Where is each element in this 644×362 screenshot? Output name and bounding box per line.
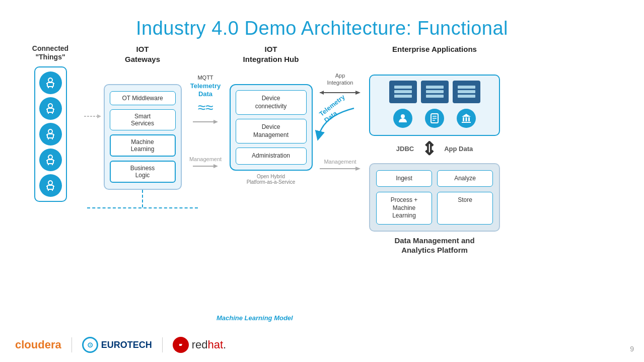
robot-icon-3 [39, 123, 62, 146]
things-to-gateways-arrow [83, 112, 102, 120]
col-enterprise: Enterprise Applications [367, 44, 503, 255]
hub-box: Deviceconnectivity DeviceManagement Admi… [230, 84, 313, 171]
data-flow-grid: Ingest Analyze Process +MachineLearning … [376, 170, 493, 225]
page-number: 9 [630, 345, 634, 353]
cloudera-logo: cloudera [15, 338, 61, 351]
ot-middleware-box: OT Middleware [110, 91, 176, 105]
svg-marker-47 [462, 114, 471, 117]
eurotech-circle-icon: ⊙ [82, 337, 98, 353]
data-mgmt-title: Data Management andAnalytics Platform [394, 236, 474, 255]
server-line [394, 95, 412, 98]
things-box [34, 66, 67, 202]
analyze-node: Analyze [437, 170, 493, 187]
doc-icon [425, 109, 444, 128]
robot-icon-4 [39, 149, 62, 171]
mqtt-label: MQTT [197, 75, 213, 81]
store-node: Store [437, 192, 493, 225]
dashed-arrow-h [87, 207, 198, 208]
svg-marker-38 [320, 91, 324, 95]
data-mgmt-box: Ingest Analyze Process +MachineLearning … [369, 163, 500, 232]
device-management-box: DeviceManagement [236, 119, 307, 143]
bank-icon [457, 109, 476, 128]
jdbc-label: JDBC [396, 145, 414, 153]
svg-rect-51 [462, 122, 471, 123]
enterprise-apps-box [369, 75, 500, 136]
person-icon [393, 109, 412, 128]
svg-point-0 [48, 78, 52, 82]
server-line [394, 86, 412, 89]
svg-rect-13 [47, 134, 53, 138]
server-line [458, 90, 475, 93]
mqtt-arrow [192, 118, 220, 126]
person-icon-circle [389, 107, 417, 130]
ml-model-label-area: Machine Learning Model [217, 312, 293, 322]
eurotech-logo: ⊙ EUROTECH [82, 337, 152, 353]
robot-icon-2 [39, 97, 62, 120]
app-data-label: App Data [444, 145, 473, 153]
things-label: Connected"Things" [32, 44, 68, 61]
svg-marker-31 [97, 114, 101, 118]
administration-box: Administration [236, 148, 307, 165]
robot-icon-5 [39, 174, 62, 197]
redhat-circle-icon [173, 337, 189, 353]
mqtt-area: MQTT TelemetryData ≈≈ Management [183, 44, 228, 170]
cloudera-text: cloudera [15, 338, 61, 351]
vertical-arrow-icon: ⇕ [421, 140, 437, 158]
svg-marker-41 [355, 167, 361, 171]
redhat-text: redhat. [192, 338, 227, 351]
svg-marker-37 [355, 91, 361, 95]
col-connected-things: Connected"Things" [18, 44, 83, 202]
svg-rect-19 [47, 160, 53, 164]
eurotech-text: EUROTECH [101, 340, 152, 350]
diagram-area: Connected"Things" [10, 44, 634, 301]
hub-label: IOTIntegration Hub [243, 44, 299, 64]
dashed-arrow-down [142, 190, 143, 207]
svg-rect-7 [47, 108, 53, 112]
mgmt-arrow [192, 162, 220, 170]
server-line [426, 90, 444, 93]
mqtt-telemetry-label: TelemetryData [190, 82, 221, 98]
server-icon-1 [389, 81, 417, 103]
svg-point-12 [48, 129, 52, 133]
device-connectivity-box: Deviceconnectivity [236, 90, 307, 115]
server-icon-3 [453, 81, 480, 103]
app-integration-label: AppIntegration [327, 72, 353, 87]
footer-divider-2 [162, 337, 163, 352]
server-lines-1 [394, 86, 412, 98]
redhat-logo: redhat. [173, 337, 227, 353]
robot-icon-1 [39, 71, 62, 94]
server-lines-3 [458, 86, 475, 98]
svg-rect-1 [47, 83, 53, 87]
col-iot-hub: IOTIntegration Hub Deviceconnectivity De… [228, 44, 314, 185]
wave-icon: ≈≈ [198, 100, 213, 116]
process-ml-node: Process +MachineLearning [376, 192, 432, 225]
server-line [394, 90, 412, 93]
ml-model-label: Machine Learning Model [217, 314, 293, 322]
jdbc-area: JDBC ⇕ App Data [369, 140, 500, 158]
svg-rect-48 [463, 117, 464, 121]
svg-rect-25 [47, 185, 53, 189]
ingest-node: Ingest [376, 170, 432, 187]
mid-arrows-col: AppIntegration TelemetryData [314, 44, 367, 173]
machine-learning-box: MachineLearning [110, 134, 176, 157]
svg-point-18 [48, 155, 52, 159]
server-line [458, 86, 475, 89]
gateways-label: IOTGateways [125, 44, 160, 64]
svg-rect-49 [466, 117, 467, 121]
slide-title: Industry 4.0 Demo Architecture: Function… [10, 10, 634, 44]
svg-point-42 [401, 114, 405, 118]
server-icon-2 [421, 81, 449, 103]
bank-icon-circle [453, 107, 480, 130]
doc-icon-circle [421, 107, 449, 130]
server-line [426, 95, 444, 98]
telemetry-area: TelemetryData [314, 106, 367, 141]
server-line [458, 95, 475, 98]
mgmt-arrow-2 [319, 165, 362, 173]
enterprise-label: Enterprise Applications [392, 44, 477, 54]
slide: Industry 4.0 Demo Architecture: Function… [0, 0, 644, 362]
smart-services-box: SmartServices [110, 109, 176, 130]
svg-rect-50 [468, 117, 470, 121]
col-iot-gateways: IOTGateways OT Middleware SmartServices … [102, 44, 183, 208]
hub-subtitle: Open HybridPlatform-as-a-Service [247, 174, 296, 185]
server-lines-2 [426, 86, 444, 98]
